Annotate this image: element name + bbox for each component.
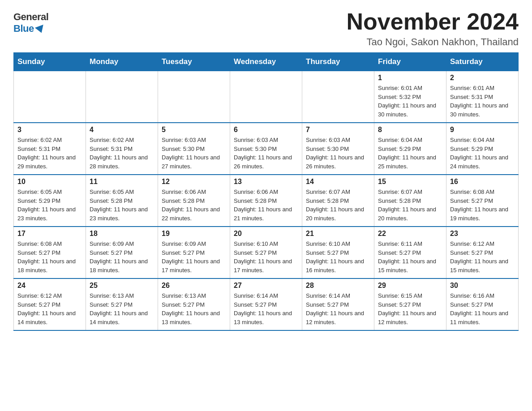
day-info: Sunrise: 6:03 AM Sunset: 5:30 PM Dayligh… [234, 136, 298, 171]
day-number: 26 [162, 282, 226, 290]
day-number: 21 [306, 230, 370, 238]
calendar-cell: 26Sunrise: 6:13 AM Sunset: 5:27 PM Dayli… [158, 278, 230, 330]
calendar-cell: 17Sunrise: 6:08 AM Sunset: 5:27 PM Dayli… [14, 227, 86, 278]
day-info: Sunrise: 6:08 AM Sunset: 5:27 PM Dayligh… [17, 240, 82, 274]
calendar-cell: 6Sunrise: 6:03 AM Sunset: 5:30 PM Daylig… [230, 123, 302, 175]
day-info: Sunrise: 6:02 AM Sunset: 5:31 PM Dayligh… [90, 136, 154, 171]
calendar-body: 1Sunrise: 6:01 AM Sunset: 5:32 PM Daylig… [14, 71, 519, 331]
calendar-week-row: 10Sunrise: 6:05 AM Sunset: 5:29 PM Dayli… [14, 175, 519, 227]
calendar-header-thursday: Thursday [302, 53, 374, 71]
calendar-cell: 5Sunrise: 6:03 AM Sunset: 5:30 PM Daylig… [158, 123, 230, 175]
calendar-cell [158, 71, 230, 123]
calendar-cell [230, 71, 302, 123]
calendar-cell: 30Sunrise: 6:16 AM Sunset: 5:27 PM Dayli… [446, 278, 519, 330]
calendar-cell: 1Sunrise: 6:01 AM Sunset: 5:32 PM Daylig… [374, 71, 446, 123]
calendar-cell: 20Sunrise: 6:10 AM Sunset: 5:27 PM Dayli… [230, 227, 302, 278]
day-number: 16 [450, 178, 515, 186]
day-info: Sunrise: 6:16 AM Sunset: 5:27 PM Dayligh… [450, 291, 515, 326]
day-number: 4 [90, 126, 154, 134]
calendar-cell: 23Sunrise: 6:12 AM Sunset: 5:27 PM Dayli… [446, 227, 519, 278]
calendar-cell: 13Sunrise: 6:06 AM Sunset: 5:28 PM Dayli… [230, 175, 302, 227]
day-number: 18 [90, 230, 154, 238]
calendar-header-tuesday: Tuesday [158, 53, 230, 71]
day-number: 3 [17, 126, 82, 134]
day-info: Sunrise: 6:04 AM Sunset: 5:29 PM Dayligh… [450, 136, 515, 171]
day-info: Sunrise: 6:05 AM Sunset: 5:29 PM Dayligh… [17, 188, 82, 223]
day-info: Sunrise: 6:15 AM Sunset: 5:27 PM Dayligh… [378, 291, 442, 326]
day-number: 14 [306, 178, 370, 186]
calendar-cell: 24Sunrise: 6:12 AM Sunset: 5:27 PM Dayli… [14, 278, 86, 330]
logo-blue-text: Blue [13, 23, 45, 34]
day-number: 15 [378, 178, 442, 186]
calendar-cell: 14Sunrise: 6:07 AM Sunset: 5:28 PM Dayli… [302, 175, 374, 227]
day-number: 11 [90, 178, 154, 186]
day-number: 1 [378, 74, 442, 82]
calendar-cell: 9Sunrise: 6:04 AM Sunset: 5:29 PM Daylig… [446, 123, 519, 175]
day-number: 28 [306, 282, 370, 290]
day-number: 25 [90, 282, 154, 290]
calendar-week-row: 24Sunrise: 6:12 AM Sunset: 5:27 PM Dayli… [14, 278, 519, 330]
calendar-header-sunday: Sunday [14, 53, 86, 71]
day-info: Sunrise: 6:05 AM Sunset: 5:28 PM Dayligh… [90, 188, 154, 223]
day-info: Sunrise: 6:10 AM Sunset: 5:27 PM Dayligh… [306, 240, 370, 274]
day-number: 27 [234, 282, 298, 290]
day-info: Sunrise: 6:11 AM Sunset: 5:27 PM Dayligh… [378, 240, 442, 274]
day-info: Sunrise: 6:13 AM Sunset: 5:27 PM Dayligh… [162, 291, 226, 326]
day-info: Sunrise: 6:14 AM Sunset: 5:27 PM Dayligh… [306, 291, 370, 326]
day-number: 9 [450, 126, 515, 134]
calendar-cell: 12Sunrise: 6:06 AM Sunset: 5:28 PM Dayli… [158, 175, 230, 227]
day-number: 7 [306, 126, 370, 134]
calendar-header-saturday: Saturday [446, 53, 519, 71]
day-number: 19 [162, 230, 226, 238]
calendar-header-friday: Friday [374, 53, 446, 71]
day-number: 12 [162, 178, 226, 186]
day-info: Sunrise: 6:01 AM Sunset: 5:32 PM Dayligh… [378, 84, 442, 119]
day-number: 2 [450, 74, 515, 82]
day-info: Sunrise: 6:03 AM Sunset: 5:30 PM Dayligh… [162, 136, 226, 171]
day-info: Sunrise: 6:07 AM Sunset: 5:28 PM Dayligh… [306, 188, 370, 223]
calendar-cell: 15Sunrise: 6:07 AM Sunset: 5:28 PM Dayli… [374, 175, 446, 227]
day-number: 13 [234, 178, 298, 186]
page-header: General Blue November 2024 Tao Ngoi, Sak… [13, 9, 519, 48]
day-number: 23 [450, 230, 515, 238]
day-number: 30 [450, 282, 515, 290]
day-info: Sunrise: 6:13 AM Sunset: 5:27 PM Dayligh… [90, 291, 154, 326]
calendar-cell [302, 71, 374, 123]
calendar-week-row: 1Sunrise: 6:01 AM Sunset: 5:32 PM Daylig… [14, 71, 519, 123]
day-info: Sunrise: 6:03 AM Sunset: 5:30 PM Dayligh… [306, 136, 370, 171]
calendar-cell [86, 71, 158, 123]
calendar-cell: 27Sunrise: 6:14 AM Sunset: 5:27 PM Dayli… [230, 278, 302, 330]
day-number: 22 [378, 230, 442, 238]
logo-general-text: General [13, 11, 48, 23]
subtitle: Tao Ngoi, Sakon Nakhon, Thailand [347, 36, 519, 48]
calendar-cell: 4Sunrise: 6:02 AM Sunset: 5:31 PM Daylig… [86, 123, 158, 175]
calendar-header-monday: Monday [86, 53, 158, 71]
day-number: 20 [234, 230, 298, 238]
day-info: Sunrise: 6:06 AM Sunset: 5:28 PM Dayligh… [234, 188, 298, 223]
title-section: November 2024 Tao Ngoi, Sakon Nakhon, Th… [347, 9, 519, 48]
calendar-header: SundayMondayTuesdayWednesdayThursdayFrid… [14, 53, 519, 71]
calendar-cell: 3Sunrise: 6:02 AM Sunset: 5:31 PM Daylig… [14, 123, 86, 175]
day-info: Sunrise: 6:12 AM Sunset: 5:27 PM Dayligh… [17, 291, 82, 326]
day-number: 10 [17, 178, 82, 186]
calendar-cell: 21Sunrise: 6:10 AM Sunset: 5:27 PM Dayli… [302, 227, 374, 278]
calendar-cell [14, 71, 86, 123]
day-info: Sunrise: 6:08 AM Sunset: 5:27 PM Dayligh… [450, 188, 515, 223]
day-number: 24 [17, 282, 82, 290]
day-info: Sunrise: 6:12 AM Sunset: 5:27 PM Dayligh… [450, 240, 515, 274]
day-info: Sunrise: 6:09 AM Sunset: 5:27 PM Dayligh… [162, 240, 226, 274]
calendar-header-row: SundayMondayTuesdayWednesdayThursdayFrid… [14, 53, 519, 71]
day-number: 5 [162, 126, 226, 134]
calendar-cell: 18Sunrise: 6:09 AM Sunset: 5:27 PM Dayli… [86, 227, 158, 278]
day-info: Sunrise: 6:04 AM Sunset: 5:29 PM Dayligh… [378, 136, 442, 171]
calendar-week-row: 3Sunrise: 6:02 AM Sunset: 5:31 PM Daylig… [14, 123, 519, 175]
day-info: Sunrise: 6:14 AM Sunset: 5:27 PM Dayligh… [234, 291, 298, 326]
calendar-cell: 2Sunrise: 6:01 AM Sunset: 5:31 PM Daylig… [446, 71, 519, 123]
calendar-cell: 25Sunrise: 6:13 AM Sunset: 5:27 PM Dayli… [86, 278, 158, 330]
calendar-header-wednesday: Wednesday [230, 53, 302, 71]
logo: General Blue [13, 11, 48, 34]
day-info: Sunrise: 6:06 AM Sunset: 5:28 PM Dayligh… [162, 188, 226, 223]
calendar-week-row: 17Sunrise: 6:08 AM Sunset: 5:27 PM Dayli… [14, 227, 519, 278]
calendar-cell: 8Sunrise: 6:04 AM Sunset: 5:29 PM Daylig… [374, 123, 446, 175]
calendar-cell: 29Sunrise: 6:15 AM Sunset: 5:27 PM Dayli… [374, 278, 446, 330]
